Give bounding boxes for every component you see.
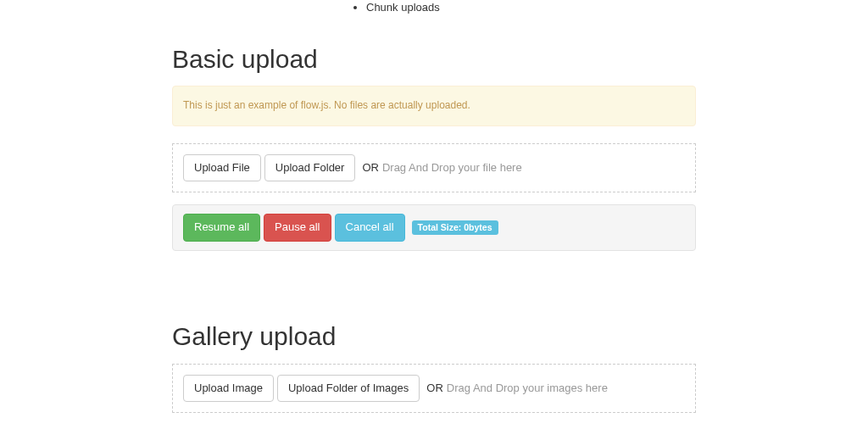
basic-drop-zone[interactable]: Upload File Upload Folder OR Drag And Dr… xyxy=(172,143,696,193)
upload-folder-button[interactable]: Upload Folder xyxy=(264,154,356,182)
cancel-all-button[interactable]: Cancel all xyxy=(335,214,405,242)
gallery-upload-heading: Gallery upload xyxy=(172,319,696,355)
list-item: Chunk uploads xyxy=(366,0,868,16)
pause-all-button[interactable]: Pause all xyxy=(264,214,331,242)
warning-alert: This is just an example of flow.js. No f… xyxy=(172,86,696,125)
gallery-drop-zone[interactable]: Upload Image Upload Folder of Images OR … xyxy=(172,364,696,414)
or-text: OR xyxy=(362,160,379,176)
total-size-badge: Total Size: 0bytes xyxy=(412,220,498,235)
resume-all-button[interactable]: Resume all xyxy=(183,214,260,242)
drag-drop-hint: Drag And Drop your images here xyxy=(447,381,608,397)
upload-image-button[interactable]: Upload Image xyxy=(183,375,274,403)
or-text: OR xyxy=(426,381,443,397)
controls-well: Resume all Pause all Cancel all Total Si… xyxy=(172,204,696,251)
drag-drop-hint: Drag And Drop your file here xyxy=(382,160,522,176)
basic-upload-heading: Basic upload xyxy=(172,42,696,78)
upload-image-folder-button[interactable]: Upload Folder of Images xyxy=(277,375,420,403)
upload-file-button[interactable]: Upload File xyxy=(183,154,261,182)
feature-list: Chunk uploads xyxy=(0,0,868,16)
